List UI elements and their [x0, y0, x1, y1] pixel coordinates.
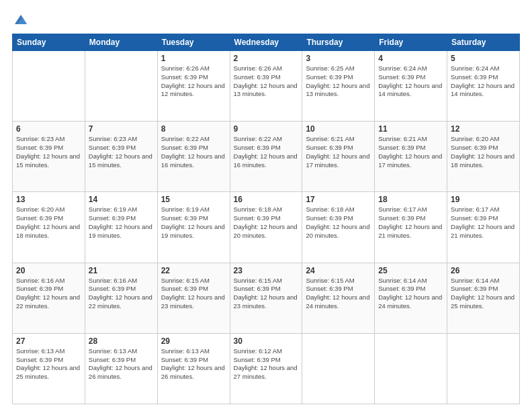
day-number: 16 — [234, 195, 299, 204]
day-number: 24 — [306, 266, 371, 275]
day-number: 12 — [451, 124, 516, 134]
day-info: Sunrise: 6:21 AM Sunset: 6:39 PM Dayligh… — [306, 135, 371, 169]
calendar-cell: 18Sunrise: 6:17 AM Sunset: 6:39 PM Dayli… — [375, 192, 447, 263]
day-number: 27 — [16, 336, 81, 346]
weekday-header-sunday: Sunday — [13, 34, 85, 51]
weekday-header-monday: Monday — [85, 34, 157, 51]
day-info: Sunrise: 6:17 AM Sunset: 6:39 PM Dayligh… — [451, 205, 516, 240]
day-info: Sunrise: 6:22 AM Sunset: 6:39 PM Dayligh… — [234, 135, 299, 169]
day-number: 7 — [89, 124, 154, 134]
calendar-cell: 22Sunrise: 6:15 AM Sunset: 6:39 PM Dayli… — [157, 263, 230, 333]
weekday-header-thursday: Thursday — [302, 34, 375, 51]
day-number: 4 — [378, 54, 443, 63]
day-number: 29 — [161, 336, 226, 346]
day-number: 23 — [234, 266, 299, 275]
calendar-cell: 12Sunrise: 6:20 AM Sunset: 6:39 PM Dayli… — [447, 122, 520, 192]
calendar-week-5: 27Sunrise: 6:13 AM Sunset: 6:39 PM Dayli… — [13, 333, 520, 404]
day-number: 15 — [161, 195, 226, 204]
day-number: 11 — [378, 124, 443, 134]
day-info: Sunrise: 6:23 AM Sunset: 6:39 PM Dayligh… — [16, 135, 81, 169]
calendar-cell: 15Sunrise: 6:19 AM Sunset: 6:39 PM Dayli… — [157, 192, 230, 263]
day-number: 2 — [234, 54, 299, 63]
calendar-cell: 27Sunrise: 6:13 AM Sunset: 6:39 PM Dayli… — [13, 333, 85, 404]
day-info: Sunrise: 6:15 AM Sunset: 6:39 PM Dayligh… — [306, 277, 371, 311]
day-number: 20 — [16, 266, 81, 275]
day-info: Sunrise: 6:21 AM Sunset: 6:39 PM Dayligh… — [378, 135, 443, 169]
day-info: Sunrise: 6:14 AM Sunset: 6:39 PM Dayligh… — [451, 277, 516, 311]
day-number: 5 — [451, 54, 516, 63]
day-number: 1 — [161, 54, 226, 63]
day-number: 18 — [378, 195, 443, 204]
day-info: Sunrise: 6:25 AM Sunset: 6:39 PM Dayligh… — [306, 64, 371, 99]
day-number: 25 — [378, 266, 443, 275]
calendar-week-3: 13Sunrise: 6:20 AM Sunset: 6:39 PM Dayli… — [13, 192, 520, 263]
day-info: Sunrise: 6:22 AM Sunset: 6:39 PM Dayligh… — [161, 135, 226, 169]
calendar-cell: 11Sunrise: 6:21 AM Sunset: 6:39 PM Dayli… — [375, 122, 447, 192]
day-info: Sunrise: 6:20 AM Sunset: 6:39 PM Dayligh… — [16, 205, 81, 240]
logo — [12, 11, 28, 27]
calendar-week-4: 20Sunrise: 6:16 AM Sunset: 6:39 PM Dayli… — [13, 263, 520, 333]
calendar-cell — [447, 333, 520, 404]
calendar-cell: 29Sunrise: 6:13 AM Sunset: 6:39 PM Dayli… — [157, 333, 230, 404]
calendar-cell: 3Sunrise: 6:25 AM Sunset: 6:39 PM Daylig… — [302, 51, 375, 122]
day-number: 13 — [16, 195, 81, 204]
calendar-cell: 19Sunrise: 6:17 AM Sunset: 6:39 PM Dayli… — [447, 192, 520, 263]
day-info: Sunrise: 6:18 AM Sunset: 6:39 PM Dayligh… — [306, 205, 371, 240]
calendar-cell: 30Sunrise: 6:12 AM Sunset: 6:39 PM Dayli… — [230, 333, 302, 404]
day-info: Sunrise: 6:13 AM Sunset: 6:39 PM Dayligh… — [16, 347, 81, 381]
calendar-cell: 20Sunrise: 6:16 AM Sunset: 6:39 PM Dayli… — [13, 263, 85, 333]
weekday-header-tuesday: Tuesday — [157, 34, 230, 51]
calendar-cell: 17Sunrise: 6:18 AM Sunset: 6:39 PM Dayli… — [302, 192, 375, 263]
header — [12, 11, 520, 27]
calendar-cell: 7Sunrise: 6:23 AM Sunset: 6:39 PM Daylig… — [85, 122, 157, 192]
page: SundayMondayTuesdayWednesdayThursdayFrid… — [0, 0, 532, 411]
calendar-week-2: 6Sunrise: 6:23 AM Sunset: 6:39 PM Daylig… — [13, 122, 520, 192]
calendar-cell: 1Sunrise: 6:26 AM Sunset: 6:39 PM Daylig… — [157, 51, 230, 122]
day-info: Sunrise: 6:19 AM Sunset: 6:39 PM Dayligh… — [161, 205, 226, 240]
calendar-cell — [13, 51, 85, 122]
day-info: Sunrise: 6:15 AM Sunset: 6:39 PM Dayligh… — [234, 277, 299, 311]
day-number: 9 — [234, 124, 299, 134]
day-number: 21 — [89, 266, 154, 275]
calendar-cell: 8Sunrise: 6:22 AM Sunset: 6:39 PM Daylig… — [157, 122, 230, 192]
calendar-cell: 26Sunrise: 6:14 AM Sunset: 6:39 PM Dayli… — [447, 263, 520, 333]
logo-icon — [13, 12, 28, 27]
day-info: Sunrise: 6:18 AM Sunset: 6:39 PM Dayligh… — [234, 205, 299, 240]
calendar-cell: 14Sunrise: 6:19 AM Sunset: 6:39 PM Dayli… — [85, 192, 157, 263]
calendar-cell: 25Sunrise: 6:14 AM Sunset: 6:39 PM Dayli… — [375, 263, 447, 333]
day-info: Sunrise: 6:19 AM Sunset: 6:39 PM Dayligh… — [89, 205, 154, 240]
calendar-cell: 2Sunrise: 6:26 AM Sunset: 6:39 PM Daylig… — [230, 51, 302, 122]
day-number: 10 — [306, 124, 371, 134]
calendar-cell: 28Sunrise: 6:13 AM Sunset: 6:39 PM Dayli… — [85, 333, 157, 404]
day-number: 22 — [161, 266, 226, 275]
day-number: 30 — [234, 336, 299, 346]
day-number: 17 — [306, 195, 371, 204]
calendar-cell: 24Sunrise: 6:15 AM Sunset: 6:39 PM Dayli… — [302, 263, 375, 333]
calendar-cell — [375, 333, 447, 404]
day-info: Sunrise: 6:14 AM Sunset: 6:39 PM Dayligh… — [378, 277, 443, 311]
day-info: Sunrise: 6:13 AM Sunset: 6:39 PM Dayligh… — [161, 347, 226, 381]
day-info: Sunrise: 6:12 AM Sunset: 6:39 PM Dayligh… — [234, 347, 299, 381]
weekday-header-saturday: Saturday — [447, 34, 520, 51]
day-info: Sunrise: 6:15 AM Sunset: 6:39 PM Dayligh… — [161, 277, 226, 311]
day-number: 8 — [161, 124, 226, 134]
calendar-cell: 23Sunrise: 6:15 AM Sunset: 6:39 PM Dayli… — [230, 263, 302, 333]
weekday-header-friday: Friday — [375, 34, 447, 51]
calendar-cell: 6Sunrise: 6:23 AM Sunset: 6:39 PM Daylig… — [13, 122, 85, 192]
weekday-header-row: SundayMondayTuesdayWednesdayThursdayFrid… — [13, 34, 520, 51]
day-number: 6 — [16, 124, 81, 134]
calendar-cell: 9Sunrise: 6:22 AM Sunset: 6:39 PM Daylig… — [230, 122, 302, 192]
calendar-cell: 21Sunrise: 6:16 AM Sunset: 6:39 PM Dayli… — [85, 263, 157, 333]
calendar-week-1: 1Sunrise: 6:26 AM Sunset: 6:39 PM Daylig… — [13, 51, 520, 122]
calendar-cell — [85, 51, 157, 122]
day-number: 28 — [89, 336, 154, 346]
day-info: Sunrise: 6:24 AM Sunset: 6:39 PM Dayligh… — [451, 64, 516, 99]
calendar-cell: 10Sunrise: 6:21 AM Sunset: 6:39 PM Dayli… — [302, 122, 375, 192]
day-info: Sunrise: 6:20 AM Sunset: 6:39 PM Dayligh… — [451, 135, 516, 169]
day-number: 3 — [306, 54, 371, 63]
weekday-header-wednesday: Wednesday — [230, 34, 302, 51]
day-number: 26 — [451, 266, 516, 275]
day-info: Sunrise: 6:16 AM Sunset: 6:39 PM Dayligh… — [89, 277, 154, 311]
day-info: Sunrise: 6:13 AM Sunset: 6:39 PM Dayligh… — [89, 347, 154, 381]
day-info: Sunrise: 6:23 AM Sunset: 6:39 PM Dayligh… — [89, 135, 154, 169]
